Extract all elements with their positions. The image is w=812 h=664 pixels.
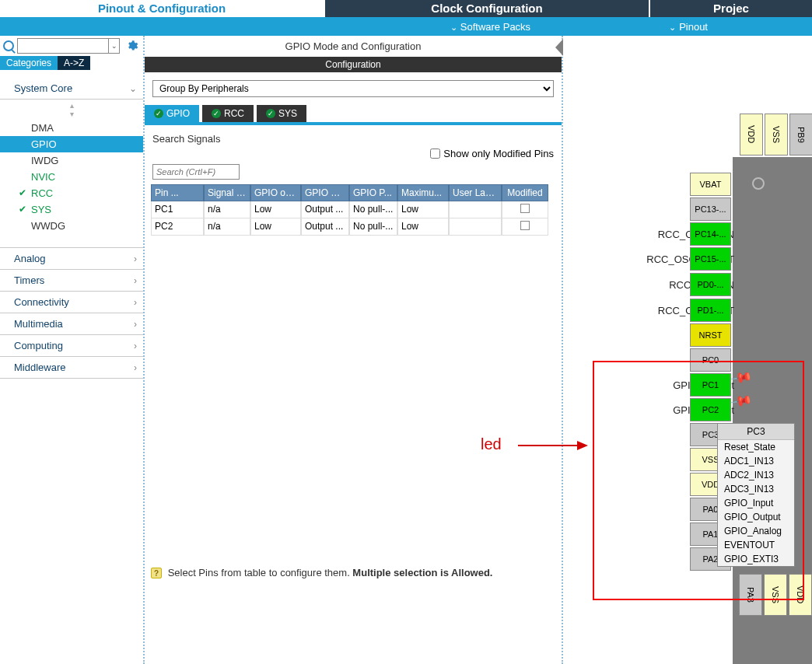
- check-circle-icon: ✓: [212, 109, 221, 118]
- hint-text: ? Select Pins from table to configure th…: [151, 567, 492, 578]
- col-gpiom[interactable]: GPIO m...: [301, 184, 349, 201]
- tab-pinout-config[interactable]: Pinout & Configuration: [0, 0, 324, 17]
- pin-pc1[interactable]: PC1: [690, 373, 731, 397]
- pin-vss-bot[interactable]: VSS: [764, 574, 787, 616]
- pin-vbat[interactable]: VBAT: [690, 173, 731, 196]
- context-item[interactable]: GPIO_EXTI3: [718, 552, 794, 566]
- chevron-right-icon: ›: [134, 275, 137, 286]
- software-packs-label: Software Packs: [460, 21, 530, 33]
- annotation-led-label: led: [481, 435, 502, 453]
- check-icon: ✔: [19, 204, 26, 215]
- pin-pc14[interactable]: PC14-...: [690, 222, 731, 246]
- tab-categories[interactable]: Categories: [0, 56, 58, 70]
- pin-pd0[interactable]: PD0-...: [690, 273, 731, 296]
- chevron-down-icon: ⌄: [129, 83, 137, 94]
- context-item[interactable]: ADC3_IN13: [718, 482, 794, 496]
- section-connectivity[interactable]: Connectivity›: [0, 292, 143, 313]
- config-bar: Configuration: [145, 57, 562, 72]
- check-circle-icon: ✓: [154, 109, 163, 118]
- col-gpioout[interactable]: GPIO ou...: [250, 184, 301, 201]
- section-multimedia[interactable]: Multimedia›: [0, 313, 143, 335]
- pin-pc15[interactable]: PC15-...: [690, 247, 731, 271]
- check-icon: ✔: [19, 187, 26, 198]
- pin-vss-top[interactable]: VSS: [765, 114, 788, 156]
- sidebar-item-rcc[interactable]: ✔RCC: [0, 185, 143, 201]
- pin-pd1[interactable]: PD1-...: [690, 299, 731, 322]
- software-packs-dropdown[interactable]: ⌄Software Packs: [439, 21, 541, 33]
- sidebar: ⌄ Categories A->Z System Core ⌄ ▴▾ DMA G…: [0, 36, 145, 664]
- chevron-right-icon: ›: [134, 297, 137, 308]
- chevron-right-icon: ›: [134, 362, 137, 373]
- sidebar-item-nvic[interactable]: NVIC: [0, 169, 143, 185]
- sub-toolbar: ⌄Software Packs ⌄Pinout: [0, 17, 812, 36]
- context-item[interactable]: ADC1_IN13: [718, 454, 794, 468]
- check-circle-icon: ✓: [266, 109, 275, 118]
- ptab-gpio[interactable]: ✓GPIO: [145, 105, 199, 122]
- pinout-dropdown[interactable]: ⌄Pinout: [658, 21, 719, 33]
- context-item[interactable]: EVENTOUT: [718, 538, 794, 552]
- group-by-select[interactable]: Group By Peripherals: [152, 80, 554, 97]
- center-title: GPIO Mode and Configuration: [145, 36, 562, 57]
- pinout-label: Pinout: [679, 21, 708, 33]
- context-item[interactable]: GPIO_Output: [718, 510, 794, 524]
- search-signals-label: Search Signals: [152, 133, 554, 145]
- context-item[interactable]: ADC2_IN13: [718, 468, 794, 482]
- sidebar-item-gpio[interactable]: GPIO: [0, 136, 143, 152]
- pin-vdd-bot[interactable]: VDD: [789, 574, 812, 616]
- col-mod[interactable]: Modified: [502, 184, 548, 201]
- pin-nrst[interactable]: NRST: [690, 323, 731, 347]
- tab-az[interactable]: A->Z: [58, 56, 90, 70]
- context-item[interactable]: Reset_State: [718, 440, 794, 454]
- section-middleware[interactable]: Middleware›: [0, 357, 143, 379]
- help-icon: ?: [151, 568, 162, 578]
- annotation-arrow-icon: [513, 434, 591, 457]
- table-row[interactable]: PC2 n/a Low Output ... No pull-... Low: [151, 218, 555, 236]
- gear-icon[interactable]: [126, 40, 138, 52]
- section-computing[interactable]: Computing›: [0, 335, 143, 357]
- search-signals-input[interactable]: [152, 164, 240, 180]
- section-system-core[interactable]: System Core ⌄: [0, 78, 143, 100]
- context-item[interactable]: GPIO_Analog: [718, 524, 794, 538]
- context-item[interactable]: GPIO_Input: [718, 496, 794, 510]
- sidebar-search-dropdown[interactable]: ⌄: [109, 38, 120, 54]
- section-timers[interactable]: Timers›: [0, 270, 143, 292]
- center-pane: GPIO Mode and Configuration Configuratio…: [145, 36, 563, 664]
- sidebar-item-wwdg[interactable]: WWDG: [0, 218, 143, 234]
- pin-vdd-top[interactable]: VDD: [740, 114, 763, 156]
- chip-notch-icon: [752, 177, 765, 190]
- sidebar-search-input[interactable]: [17, 38, 109, 54]
- chevron-right-icon: ›: [134, 253, 137, 264]
- tab-project[interactable]: Projec: [650, 0, 812, 17]
- section-system-core-label: System Core: [14, 82, 72, 94]
- table-row[interactable]: PC1 n/a Low Output ... No pull-... Low: [151, 201, 555, 218]
- sidebar-item-sys[interactable]: ✔SYS: [0, 201, 143, 218]
- col-signal[interactable]: Signal o...: [204, 184, 250, 201]
- col-gpiop[interactable]: GPIO P...: [349, 184, 397, 201]
- pin-pc0[interactable]: PC0: [690, 348, 731, 372]
- pin-context-menu: PC3 Reset_State ADC1_IN13 ADC2_IN13 ADC3…: [717, 423, 795, 567]
- pin-pa3[interactable]: PA3: [739, 574, 762, 616]
- pin-pc2[interactable]: PC2: [690, 398, 731, 421]
- col-max[interactable]: Maximu...: [397, 184, 449, 201]
- checkbox-icon[interactable]: [520, 221, 530, 230]
- chevron-right-icon: ›: [134, 319, 137, 330]
- show-modified-checkbox[interactable]: Show only Modified Pins: [430, 148, 554, 159]
- svg-marker-1: [577, 441, 588, 450]
- ptab-rcc[interactable]: ✓RCC: [202, 105, 254, 122]
- col-pin[interactable]: Pin ...: [151, 184, 204, 201]
- checkbox-icon[interactable]: [520, 204, 530, 213]
- search-icon: [3, 40, 14, 51]
- config-table: Pin ... Signal o... GPIO ou... GPIO m...…: [151, 184, 555, 236]
- sort-icon[interactable]: ▴▾: [0, 100, 143, 120]
- context-title: PC3: [718, 424, 794, 440]
- col-user[interactable]: User Label: [449, 184, 502, 201]
- pin-pc13[interactable]: PC13-...: [690, 197, 731, 221]
- section-analog[interactable]: Analog›: [0, 248, 143, 270]
- sidebar-item-dma[interactable]: DMA: [0, 120, 143, 136]
- pinout-view[interactable]: VDD VSS PB9 RCC_OSC32_IN RCC_OSC32_OUT R…: [563, 36, 812, 664]
- tab-clock-config[interactable]: Clock Configuration: [325, 0, 649, 17]
- pin-pb9-top[interactable]: PB9: [789, 114, 812, 156]
- sidebar-item-iwdg[interactable]: IWDG: [0, 152, 143, 169]
- ptab-sys[interactable]: ✓SYS: [257, 105, 306, 122]
- chevron-right-icon: ›: [134, 341, 137, 351]
